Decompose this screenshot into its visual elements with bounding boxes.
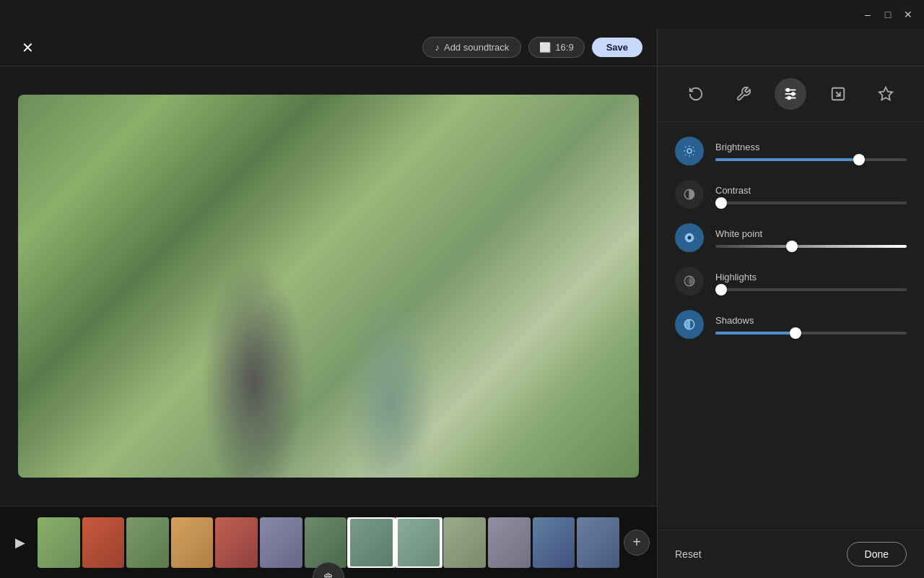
brightness-label: Brightness — [715, 142, 907, 152]
add-clip-button[interactable]: + — [624, 530, 650, 556]
fix-tool-button[interactable] — [728, 78, 759, 110]
svg-point-18 — [687, 236, 692, 240]
brightness-row: Brightness — [658, 129, 924, 173]
list-item[interactable] — [126, 517, 169, 568]
list-item[interactable] — [171, 517, 214, 568]
trash-icon: 🗑 — [323, 571, 334, 578]
white-point-content: White point — [715, 228, 907, 248]
video-content — [18, 95, 639, 478]
done-button[interactable]: Done — [847, 542, 907, 566]
adjustments-panel: Brightness Contrast — [658, 122, 924, 530]
brightness-fill — [715, 158, 859, 161]
reset-button[interactable]: Reset — [675, 548, 702, 560]
export-tool-button[interactable] — [822, 78, 854, 110]
highlights-row: Highlights — [658, 259, 924, 303]
highlights-icon — [675, 267, 704, 296]
highlights-thumb[interactable] — [715, 284, 727, 296]
play-button[interactable]: ▶ — [7, 530, 33, 556]
list-item[interactable] — [533, 517, 575, 568]
editor-area: ✕ ♪ Add soundtrack ⬜ 16:9 Save — [0, 29, 657, 578]
music-icon: ♪ — [435, 42, 440, 53]
svg-point-4 — [792, 92, 795, 95]
list-item[interactable] — [396, 517, 442, 568]
panel-toolbar — [658, 66, 924, 122]
white-point-label: White point — [715, 228, 907, 239]
contrast-thumb[interactable] — [715, 197, 727, 209]
svg-line-14 — [685, 155, 686, 155]
white-point-fill — [715, 245, 792, 248]
contrast-row: Contrast — [658, 173, 924, 216]
export-icon — [830, 86, 846, 102]
highlights-content: Highlights — [715, 272, 907, 291]
timeline: ▶ + 🗑 — [0, 506, 657, 578]
main-container: ✕ ♪ Add soundtrack ⬜ 16:9 Save — [0, 29, 924, 578]
list-item[interactable] — [577, 517, 619, 568]
rotate-tool-button[interactable] — [680, 78, 712, 110]
shadows-content: Shadows — [715, 315, 907, 335]
panel-top — [658, 29, 924, 66]
list-item[interactable] — [443, 517, 486, 568]
svg-line-10 — [685, 147, 686, 147]
svg-line-11 — [693, 155, 694, 155]
brightness-icon — [675, 137, 704, 165]
video-subjects — [18, 95, 639, 478]
titlebar: – □ ✕ — [0, 0, 924, 29]
svg-point-5 — [788, 97, 791, 100]
soundtrack-label: Add soundtrack — [444, 42, 509, 53]
panel-bottom: Reset Done — [658, 530, 924, 578]
aspect-ratio-button[interactable]: ⬜ 16:9 — [528, 37, 584, 58]
fix-icon — [736, 86, 751, 102]
adjust-tool-button[interactable] — [775, 78, 806, 110]
top-bar: ✕ ♪ Add soundtrack ⬜ 16:9 Save — [0, 29, 657, 66]
filter-icon — [878, 86, 894, 102]
shadows-label: Shadows — [715, 315, 907, 326]
white-point-slider[interactable] — [715, 245, 907, 248]
white-point-thumb[interactable] — [786, 241, 798, 252]
shadows-fill — [715, 332, 796, 335]
contrast-label: Contrast — [715, 185, 907, 196]
aspect-label: 16:9 — [555, 42, 573, 53]
shadows-row: Shadows — [658, 303, 924, 346]
brightness-content: Brightness — [715, 142, 907, 161]
rotate-icon — [688, 86, 704, 102]
aspect-icon: ⬜ — [539, 42, 551, 53]
minimize-button[interactable]: – — [860, 7, 875, 22]
white-point-row: White point — [658, 216, 924, 259]
highlights-slider[interactable] — [715, 288, 907, 291]
save-button[interactable]: Save — [592, 38, 642, 57]
right-panel: Brightness Contrast — [657, 29, 924, 578]
list-item[interactable] — [260, 517, 302, 568]
video-preview — [0, 66, 657, 506]
top-bar-right: ♪ Add soundtrack ⬜ 16:9 Save — [422, 37, 642, 58]
svg-line-15 — [693, 147, 694, 147]
list-item[interactable] — [305, 517, 347, 568]
contrast-icon — [675, 180, 704, 209]
shadows-icon — [675, 310, 704, 339]
svg-point-7 — [687, 149, 692, 153]
close-editor-button[interactable]: ✕ — [14, 35, 40, 61]
adjust-icon — [783, 86, 798, 102]
contrast-content: Contrast — [715, 185, 907, 204]
highlights-label: Highlights — [715, 272, 907, 282]
svg-point-3 — [787, 89, 790, 92]
brightness-thumb[interactable] — [853, 154, 865, 165]
maximize-button[interactable]: □ — [881, 7, 895, 22]
svg-point-20 — [687, 279, 692, 283]
window-close-button[interactable]: ✕ — [901, 7, 915, 22]
contrast-slider[interactable] — [715, 202, 907, 204]
video-frame — [18, 95, 639, 478]
list-item[interactable] — [349, 517, 394, 568]
list-item[interactable] — [82, 517, 125, 568]
list-item[interactable] — [488, 517, 531, 568]
filter-tool-button[interactable] — [870, 78, 902, 110]
white-point-icon — [675, 223, 704, 252]
timeline-strip — [38, 517, 619, 568]
brightness-slider[interactable] — [715, 158, 907, 161]
shadows-thumb[interactable] — [790, 327, 801, 339]
shadows-slider[interactable] — [715, 332, 907, 335]
list-item[interactable] — [38, 517, 80, 568]
add-soundtrack-button[interactable]: ♪ Add soundtrack — [422, 37, 521, 58]
list-item[interactable] — [215, 517, 258, 568]
